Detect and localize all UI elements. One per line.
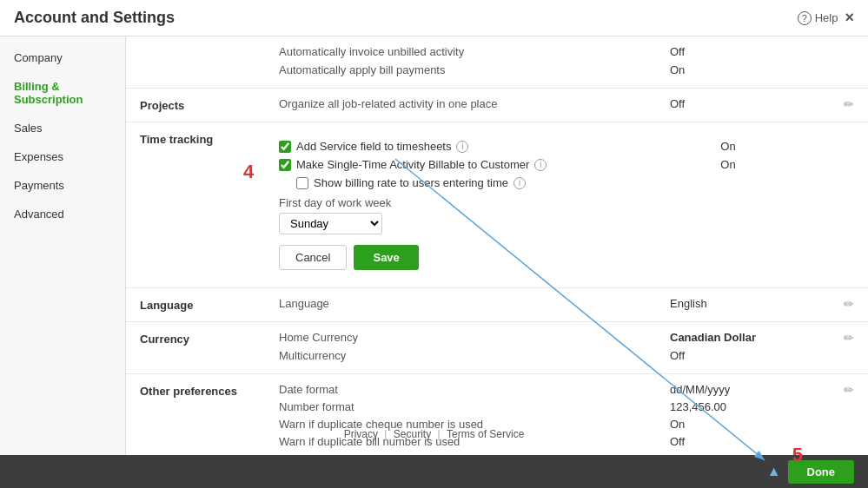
other-prefs-action: ✏ xyxy=(830,374,868,456)
date-format-desc: Date format xyxy=(279,383,642,396)
table-row: Other preferences Date format Number for… xyxy=(126,374,868,456)
footer-links: Privacy | Security | Terms of Service xyxy=(126,428,868,440)
checkbox-row-1: Add Service field to timesheets i xyxy=(279,140,547,153)
checkbox1-label: Add Service field to timesheets xyxy=(296,140,451,153)
checkbox-billable[interactable] xyxy=(279,159,291,171)
multicurrency-desc: Multicurrency xyxy=(279,349,642,362)
sidebar-item-billing[interactable]: Billing & Subscription xyxy=(0,72,125,114)
projects-label-cell: Projects xyxy=(126,89,265,122)
time-tracking-row: Time tracking Add Service field to times… xyxy=(126,122,868,288)
privacy-link[interactable]: Privacy xyxy=(344,428,378,440)
save-button[interactable]: Save xyxy=(354,245,418,270)
currency-edit-icon[interactable]: ✏ xyxy=(844,331,854,345)
table-row: Projects Organize all job-related activi… xyxy=(126,89,868,122)
other-prefs-label: Other preferences xyxy=(126,374,265,456)
close-button[interactable]: × xyxy=(845,9,854,27)
other-prefs-status: dd/MM/yyyy 123,456.00 On Off 1 hour xyxy=(656,374,830,456)
checkbox-row-3: Show billing rate to users entering time… xyxy=(279,176,547,189)
settings-table: Automatically invoice unbilled activity … xyxy=(126,36,868,455)
status-cell: Off On xyxy=(656,36,830,89)
projects-value-cell: Organize all job-related activity in one… xyxy=(265,89,656,122)
table-row: Currency Home Currency Multicurrency Can… xyxy=(126,322,868,374)
action-cell xyxy=(830,36,868,89)
sidebar: Company Billing & Subscription Sales Exp… xyxy=(0,36,126,455)
settings-content: Automatically invoice unbilled activity … xyxy=(126,36,868,455)
other-prefs-edit-icon[interactable]: ✏ xyxy=(844,383,854,397)
language-status: English xyxy=(656,288,830,322)
first-day-section: First day of work week Sunday Monday Tue… xyxy=(279,196,547,234)
language-action: ✏ xyxy=(830,288,868,322)
tt-checkboxes: Add Service field to timesheets i Make S… xyxy=(279,140,547,270)
tt-value-2: On xyxy=(720,158,735,171)
help-label: Help xyxy=(815,11,838,24)
modal-body: Company Billing & Subscription Sales Exp… xyxy=(0,36,868,455)
currency-label: Currency xyxy=(126,322,265,374)
checkbox3-label: Show billing rate to users entering time xyxy=(314,176,508,189)
separator1: | xyxy=(384,428,387,440)
tt-values: On On xyxy=(720,140,735,171)
number-format-desc: Number format xyxy=(279,400,642,413)
sidebar-item-company[interactable]: Company xyxy=(0,43,125,72)
label-cell xyxy=(126,36,265,89)
auto-invoice-value: Off xyxy=(670,45,816,58)
tt-action xyxy=(830,122,868,288)
currency-action: ✏ xyxy=(830,322,868,374)
multicurrency-value: Off xyxy=(670,349,816,362)
cancel-button[interactable]: Cancel xyxy=(279,245,347,270)
time-tracking-expanded: Add Service field to timesheets i Make S… xyxy=(279,131,816,279)
modal-footer: ▲ Done xyxy=(0,455,868,488)
language-edit-icon[interactable]: ✏ xyxy=(844,297,854,311)
checkbox-add-service[interactable] xyxy=(279,141,291,153)
tt-value-1: On xyxy=(720,140,735,153)
currency-status: Canadian Dollar Off xyxy=(656,322,830,374)
checkbox2-label: Make Single-Time Activity Billable to Cu… xyxy=(296,158,529,171)
projects-desc: Organize all job-related activity in one… xyxy=(279,97,642,110)
terms-link[interactable]: Terms of Service xyxy=(447,428,524,440)
step-5-annotation: 5 xyxy=(792,444,803,466)
time-tracking-content: Add Service field to timesheets i Make S… xyxy=(265,122,830,288)
step-4-annotation: 4 xyxy=(243,161,254,183)
sidebar-item-payments[interactable]: Payments xyxy=(0,171,125,200)
checkbox-row-2: Make Single-Time Activity Billable to Cu… xyxy=(279,158,547,171)
number-format-value: 123,456.00 xyxy=(670,400,816,413)
footer-arrow-icon: ▲ xyxy=(767,464,781,479)
other-prefs-value-cell: Date format Number format Warn if duplic… xyxy=(265,374,656,456)
checkbox-show-billing[interactable] xyxy=(296,177,308,189)
language-value: English xyxy=(670,297,816,310)
home-currency-desc: Home Currency xyxy=(279,331,642,344)
projects-edit-icon[interactable]: ✏ xyxy=(844,97,854,111)
projects-action: ✏ xyxy=(830,89,868,122)
button-row: Cancel Save xyxy=(279,245,547,270)
info-icon-1[interactable]: i xyxy=(456,141,468,153)
date-format-value: dd/MM/yyyy xyxy=(670,383,816,396)
time-tracking-label: Time tracking xyxy=(126,122,265,288)
first-day-label: First day of work week xyxy=(279,196,547,209)
modal-header: Account and Settings ? Help × xyxy=(0,0,868,36)
modal-container: Account and Settings ? Help × Company Bi… xyxy=(0,0,868,488)
home-currency-value: Canadian Dollar xyxy=(670,331,816,344)
help-circle-icon: ? xyxy=(798,11,812,25)
modal-title: Account and Settings xyxy=(14,9,175,27)
help-button[interactable]: ? Help xyxy=(798,11,838,25)
language-label: Language xyxy=(126,288,265,322)
auto-invoice-label: Automatically invoice unbilled activity xyxy=(279,45,642,58)
sidebar-item-advanced[interactable]: Advanced xyxy=(0,200,125,228)
language-value-cell: Language xyxy=(265,288,656,322)
projects-value: Off xyxy=(670,97,816,110)
sidebar-item-expenses[interactable]: Expenses xyxy=(0,142,125,171)
language-desc: Language xyxy=(279,297,642,310)
currency-value-cell: Home Currency Multicurrency xyxy=(265,322,656,374)
separator2: | xyxy=(438,428,441,440)
header-actions: ? Help × xyxy=(798,9,854,27)
security-link[interactable]: Security xyxy=(394,428,431,440)
value-cell: Automatically invoice unbilled activity … xyxy=(265,36,656,89)
auto-payments-value: On xyxy=(670,63,816,76)
sidebar-item-sales[interactable]: Sales xyxy=(0,114,125,142)
projects-status: Off xyxy=(656,89,830,122)
first-day-select[interactable]: Sunday Monday Tuesday Wednesday Thursday… xyxy=(279,213,382,234)
table-row: Language Language English ✏ xyxy=(126,288,868,322)
info-icon-2[interactable]: i xyxy=(534,159,547,171)
info-icon-3[interactable]: i xyxy=(514,177,526,189)
table-row: Automatically invoice unbilled activity … xyxy=(126,36,868,89)
auto-payments-label: Automatically apply bill payments xyxy=(279,63,642,76)
